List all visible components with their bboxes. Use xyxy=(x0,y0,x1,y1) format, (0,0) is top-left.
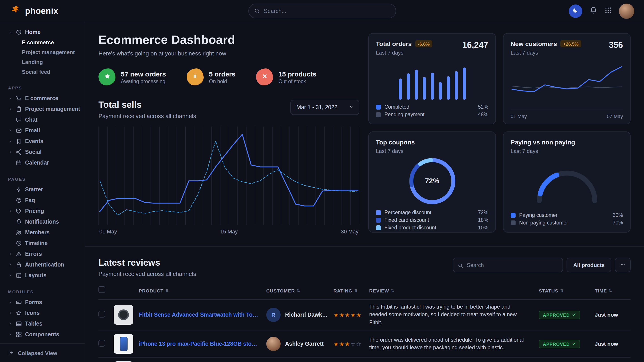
mail-icon xyxy=(16,127,22,134)
select-all-checkbox[interactable] xyxy=(98,286,105,293)
sidebar-item-label: Events xyxy=(25,138,44,144)
sidebar: Home E commerceProject managementLanding… xyxy=(0,22,85,362)
card-title: New customers xyxy=(511,40,557,47)
sidebar-item-landing[interactable]: Landing xyxy=(0,57,84,67)
navbar-search-input[interactable] xyxy=(248,3,396,18)
caret-right-icon xyxy=(8,139,12,143)
product-link[interactable]: iPhone 13 pro max-Pacific Blue-128GB sto… xyxy=(139,341,266,347)
card-title: Paying vs non paying xyxy=(511,139,575,146)
user-avatar[interactable] xyxy=(619,3,634,18)
bell-icon xyxy=(16,219,22,225)
status-label: APPROVED xyxy=(543,342,570,347)
sidebar-item-timeline[interactable]: Timeline xyxy=(0,238,84,249)
column-header-time[interactable]: TIME xyxy=(595,288,630,293)
legend-label: Fixed product discount xyxy=(384,225,436,230)
legend-item: Completed52% xyxy=(376,104,488,110)
brand[interactable]: phoenix xyxy=(10,4,58,17)
more-options-button[interactable] xyxy=(615,258,630,272)
collapse-view-button[interactable]: Collapsed View xyxy=(0,344,84,362)
sidebar-item-e-commerce[interactable]: E commerce xyxy=(0,37,84,47)
table-icon xyxy=(16,321,22,327)
sidebar-item-label: Email xyxy=(25,127,40,134)
calendar-icon xyxy=(16,160,22,166)
product-link[interactable]: Fitbit Sense Advanced Smartwatch with To… xyxy=(139,312,266,318)
row-checkbox[interactable] xyxy=(98,311,105,317)
sidebar-item-social-feed[interactable]: Social feed xyxy=(0,67,84,77)
sidebar-item-project-management[interactable]: Project management xyxy=(0,47,84,57)
sidebar-item-calendar[interactable]: Calendar xyxy=(0,157,84,168)
sidebar-item-chat[interactable]: Chat xyxy=(0,114,84,125)
apps-grid-button[interactable] xyxy=(604,7,612,15)
status-badge: APPROVED xyxy=(539,340,580,348)
total-sells-chart xyxy=(98,127,359,225)
reviews-table-header: PRODUCT CUSTOMER RATING REVIEW STATUS TI… xyxy=(98,286,630,300)
column-header-review[interactable]: REVIEW xyxy=(369,288,539,293)
users-icon xyxy=(16,229,22,236)
sidebar-item-authentication[interactable]: Authentication xyxy=(0,259,84,270)
card-subtitle: Last 7 days xyxy=(376,50,432,56)
sidebar-item-e-commerce[interactable]: E commerce xyxy=(0,93,84,104)
row-checkbox[interactable] xyxy=(98,340,105,346)
review-time: Just now xyxy=(595,341,630,347)
sidebar-item-icons[interactable]: Icons xyxy=(0,308,84,318)
column-header-status[interactable]: STATUS xyxy=(539,288,595,293)
column-header-product[interactable]: PRODUCT xyxy=(139,288,266,293)
theme-toggle-button[interactable] xyxy=(569,4,582,18)
sidebar-item-email[interactable]: Email xyxy=(0,125,84,136)
total-orders-chart xyxy=(398,61,466,100)
reviews-title: Latest reviews xyxy=(98,258,196,268)
x-tick: 30 May xyxy=(341,229,358,235)
sidebar-item-layouts[interactable]: Layouts xyxy=(0,270,84,281)
legend-label: Paying customer xyxy=(519,212,558,218)
sidebar-item-label: Home xyxy=(25,29,40,35)
card-value: 16,247 xyxy=(462,40,488,50)
sidebar-item-starter[interactable]: Starter xyxy=(0,184,84,195)
legend-swatch xyxy=(376,218,381,223)
top-coupons-card: Top coupons Last 7 days 72% Percentage d… xyxy=(368,131,496,233)
sidebar-item-label: Project management xyxy=(25,106,80,112)
new-customers-x-axis: 01 May 07 May xyxy=(511,110,623,119)
share-icon xyxy=(16,149,22,155)
sidebar-item-events[interactable]: Events xyxy=(0,136,84,147)
collapse-label: Collapsed View xyxy=(18,350,57,356)
layout-icon xyxy=(16,272,22,279)
sidebar-item-label: Starter xyxy=(25,186,43,193)
sidebar-item-components[interactable]: Components xyxy=(0,329,84,340)
legend-item: Pending payment48% xyxy=(376,112,488,117)
sidebar-item-social[interactable]: Social xyxy=(0,147,84,157)
sidebar-item-members[interactable]: Members xyxy=(0,227,84,238)
column-header-customer[interactable]: CUSTOMER xyxy=(266,288,334,293)
caret-right-icon xyxy=(8,311,12,315)
sidebar-item-project-management[interactable]: Project management xyxy=(0,104,84,114)
caret-right-icon xyxy=(8,209,12,213)
sidebar-item-pricing[interactable]: Pricing xyxy=(0,206,84,216)
reviews-search-input[interactable] xyxy=(453,258,563,272)
sidebar-section-label: MODULES xyxy=(0,287,84,297)
legend-value: 48% xyxy=(478,112,488,117)
sidebar-item-errors[interactable]: Errors xyxy=(0,249,84,259)
moon-icon xyxy=(572,7,579,15)
sidebar-item-forms[interactable]: Forms xyxy=(0,297,84,308)
stat-item: 5 ordersOn hold xyxy=(186,68,236,85)
x-icon xyxy=(261,73,268,81)
sidebar-item-faq[interactable]: Faq xyxy=(0,195,84,206)
sidebar-item-notifications[interactable]: Notifications xyxy=(0,216,84,227)
page-title: Ecommerce Dashboard xyxy=(98,33,359,47)
review-text: The order was delivered ahead of schedul… xyxy=(369,336,539,352)
column-header-rating[interactable]: RATING xyxy=(334,288,369,293)
latest-reviews-section: Latest reviews Payment received across a… xyxy=(98,247,630,362)
date-range-select[interactable]: Mar 1 - 31, 2022 xyxy=(291,100,359,115)
legend-value: 10% xyxy=(478,225,488,230)
trend-badge: -6.8% xyxy=(415,40,432,47)
reviews-table-body: Fitbit Sense Advanced Smartwatch with To… xyxy=(98,300,630,362)
rating-stars: ★★★★★ xyxy=(334,312,369,318)
caret-down-icon xyxy=(8,30,12,34)
x-tick: 01 May xyxy=(99,229,117,235)
sidebar-item-tables[interactable]: Tables xyxy=(0,318,84,329)
all-products-button[interactable]: All products xyxy=(566,258,611,272)
legend-item: Fixed product discount10% xyxy=(376,225,488,230)
rating-stars: ★★★☆☆ xyxy=(334,341,369,347)
notifications-button[interactable] xyxy=(590,6,598,16)
sidebar-item-home[interactable]: Home xyxy=(0,27,84,37)
caret-right-icon xyxy=(8,97,12,100)
